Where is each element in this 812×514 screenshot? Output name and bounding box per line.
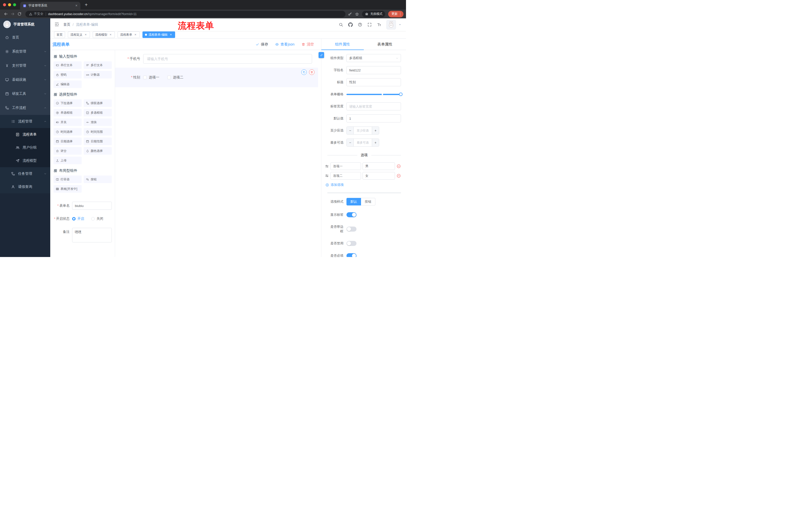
- pal-item-radio-group[interactable]: 单选框组: [54, 109, 82, 116]
- radio-open[interactable]: 开启: [72, 217, 84, 221]
- default-value-input[interactable]: [346, 114, 401, 123]
- drag-handle-icon[interactable]: [325, 164, 329, 168]
- slider-handle[interactable]: [399, 92, 403, 96]
- help-question-icon[interactable]: [358, 22, 362, 27]
- pal-item-date[interactable]: 日期选择: [54, 138, 82, 145]
- reload-button[interactable]: [16, 10, 23, 17]
- update-button[interactable]: 更新: [388, 11, 404, 17]
- tab-component-props[interactable]: 组件属性: [321, 39, 364, 50]
- form-grid-slider[interactable]: [346, 90, 401, 98]
- stepper-increase-button[interactable]: [372, 127, 379, 134]
- font-size-icon[interactable]: [377, 22, 381, 27]
- window-minimize-button[interactable]: [8, 3, 11, 6]
- style-default-button[interactable]: 默认: [346, 198, 361, 206]
- tag-close-icon[interactable]: [169, 33, 173, 36]
- sidebar-item-process-model[interactable]: 流程模型: [0, 154, 50, 167]
- tag-close-icon[interactable]: [134, 33, 137, 36]
- pal-item-color[interactable]: 颜色选择: [84, 147, 112, 155]
- pal-item-counter[interactable]: 计数器: [84, 71, 112, 78]
- tag-process-form-edit[interactable]: 流程表单-编辑: [142, 31, 175, 38]
- fullscreen-icon[interactable]: [367, 22, 372, 27]
- drag-handle-icon[interactable]: [325, 174, 329, 178]
- back-button[interactable]: [2, 10, 9, 17]
- disabled-switch[interactable]: [346, 241, 356, 246]
- tag-close-icon[interactable]: [109, 33, 112, 36]
- pal-item-switch[interactable]: 开关: [54, 118, 82, 126]
- sidebar-item-home[interactable]: 首页: [0, 30, 50, 45]
- checkbox-option-1[interactable]: 选项一: [143, 75, 159, 80]
- radio-closed[interactable]: 关闭: [91, 217, 103, 221]
- sidebar-item-process-management[interactable]: 流程管理: [0, 115, 50, 128]
- option-value-input[interactable]: [362, 162, 395, 170]
- search-icon[interactable]: [339, 22, 343, 27]
- pal-item-checkbox-group[interactable]: 多选框组: [84, 109, 112, 116]
- remove-option-icon[interactable]: [397, 173, 401, 178]
- checkbox-box[interactable]: [167, 76, 171, 79]
- pal-item-cascader[interactable]: 级联选择: [84, 99, 112, 107]
- canvas-field-gender-selected[interactable]: 性别 选项一 选项二: [115, 67, 318, 87]
- field-name-input[interactable]: [346, 66, 401, 74]
- pal-item-upload[interactable]: 上传: [54, 157, 82, 164]
- tab-form-props[interactable]: 表单属性: [364, 39, 406, 50]
- user-avatar[interactable]: [386, 20, 396, 29]
- window-zoom-button[interactable]: [13, 3, 16, 6]
- sidebar-item-user-group[interactable]: 用户分组: [0, 141, 50, 154]
- option-name-input[interactable]: [330, 172, 361, 180]
- tag-process-definition[interactable]: 流程定义: [68, 31, 90, 38]
- view-json-button[interactable]: 查看json: [275, 42, 294, 47]
- clear-button[interactable]: 清空: [301, 42, 314, 47]
- bookmark-star-icon[interactable]: [355, 12, 359, 16]
- sidebar-item-devtools[interactable]: 研发工具: [0, 87, 50, 101]
- pal-item-time-range[interactable]: 时间范围: [84, 128, 112, 136]
- sidebar-item-leave-query[interactable]: 请假查询: [0, 180, 50, 193]
- github-icon[interactable]: [348, 22, 353, 27]
- add-option-button[interactable]: 添加选项: [325, 183, 401, 187]
- pal-item-table[interactable]: 表格[开发中]: [54, 185, 82, 193]
- checkbox-option-2[interactable]: 选项二: [167, 75, 183, 80]
- max-select-input[interactable]: [354, 139, 372, 146]
- sidebar-item-infrastructure[interactable]: 基础设施: [0, 73, 50, 87]
- label-width-input[interactable]: [346, 102, 401, 110]
- avatar-caret-icon[interactable]: [399, 23, 402, 26]
- pal-item-time[interactable]: 时间选择: [54, 128, 82, 136]
- password-key-icon[interactable]: [348, 12, 352, 16]
- pal-item-editor[interactable]: 编辑器: [54, 80, 82, 88]
- slider-track[interactable]: [346, 94, 401, 95]
- address-bar[interactable]: 不安全 dashboard.yudao.iocoder.cn/bpm/manag…: [25, 11, 345, 17]
- sidebar-item-process-form[interactable]: 流程表单: [0, 128, 50, 141]
- style-button-button[interactable]: 按钮: [361, 198, 375, 206]
- option-name-input[interactable]: [330, 162, 361, 170]
- save-button[interactable]: 保存: [256, 42, 268, 47]
- option-value-input[interactable]: [362, 172, 395, 180]
- tag-close-icon[interactable]: [84, 33, 87, 36]
- pal-item-row-container[interactable]: 行容器: [54, 175, 82, 183]
- pal-item-rate[interactable]: 评分: [54, 147, 82, 155]
- pal-item-select[interactable]: 下拉选择: [54, 99, 82, 107]
- sidebar-item-system[interactable]: 系统管理: [0, 45, 50, 59]
- tab-close-icon[interactable]: [75, 4, 78, 8]
- title-input[interactable]: [346, 78, 401, 86]
- tag-process-model[interactable]: 流程模型: [93, 31, 115, 38]
- pal-item-button[interactable]: 按钮: [84, 175, 112, 183]
- copy-component-button[interactable]: [301, 70, 307, 75]
- with-border-switch[interactable]: [346, 226, 356, 232]
- sidebar-toggle-button[interactable]: [54, 22, 59, 28]
- form-remark-textarea[interactable]: 嘿嘿: [72, 228, 112, 242]
- sidebar-item-task-management[interactable]: 任务管理: [0, 167, 50, 180]
- pal-item-password[interactable]: 密码: [54, 71, 82, 78]
- checkbox-box[interactable]: [143, 76, 147, 79]
- pal-item-single-line-text[interactable]: 单行文本: [54, 61, 82, 69]
- required-switch[interactable]: [346, 253, 356, 257]
- new-tab-button[interactable]: [83, 1, 89, 8]
- remove-option-icon[interactable]: [397, 164, 401, 168]
- component-type-select[interactable]: 多选框组: [346, 54, 401, 62]
- browser-tab[interactable]: 芋道管理系统: [20, 2, 80, 9]
- form-name-input[interactable]: [72, 202, 112, 210]
- tag-process-form[interactable]: 流程表单: [118, 31, 140, 38]
- show-label-switch[interactable]: [346, 212, 356, 217]
- stepper-increase-button[interactable]: [372, 139, 379, 146]
- min-select-input[interactable]: [354, 127, 372, 134]
- delete-component-button[interactable]: [309, 70, 315, 75]
- browser-menu-icon[interactable]: [399, 12, 402, 16]
- breadcrumb-home[interactable]: 首页: [63, 22, 70, 27]
